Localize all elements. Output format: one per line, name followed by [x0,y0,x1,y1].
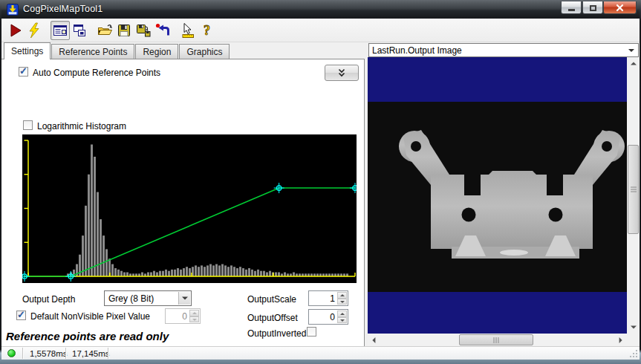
output-inverted-label: OutputInverted [247,328,306,339]
help-icon: ? [199,22,215,39]
run-once-button[interactable] [25,21,45,40]
combo-dropdown-button[interactable] [178,292,190,305]
tab-reference-points[interactable]: Reference Points [51,44,134,59]
scroll-right-icon[interactable] [615,334,627,346]
show-controls-toggle-button[interactable] [51,21,70,40]
histogram-chart[interactable] [22,134,357,283]
output-offset-spinner[interactable]: 0 [308,309,348,325]
controls-window-icon [52,22,68,39]
output-scale-label: OutputScale [247,294,296,305]
open-folder-icon [97,22,113,39]
output-depth-label: Output Depth [22,294,75,305]
settings-tab-page: Auto Compute Reference Points Logarithmi… [1,59,365,346]
image-selector-value: LastRun.Output Image [372,45,462,56]
minimize-icon [568,9,575,11]
open-button[interactable] [95,21,114,40]
save-as-icon [135,22,152,39]
app-window: CogPixelMapTool1 [0,0,641,364]
output-offset-label: OutputOffset [247,313,298,323]
minimize-button[interactable] [561,1,582,14]
output-inverted-checkbox[interactable] [307,327,316,337]
spin-up-icon[interactable] [189,310,199,316]
titlebar[interactable]: CogPixelMapTool1 [1,1,640,19]
image-display-panel: LastRun.Output Image [368,42,640,346]
maximize-icon [590,5,596,11]
output-offset-value: 0 [330,312,335,322]
auto-compute-checkbox[interactable] [19,67,28,77]
pointer-tool-button[interactable] [178,21,198,40]
tab-settings[interactable]: Settings [4,42,51,59]
chevron-down-icon [182,296,188,302]
save-floppy-icon [116,22,132,39]
floating-window-button[interactable] [70,21,89,40]
horizontal-scroll-thumb[interactable] [459,334,533,345]
tab-region[interactable]: Region [135,44,178,59]
save-button[interactable] [114,21,134,40]
default-nonvisible-checkbox[interactable] [16,311,26,320]
default-nonvisible-label: Default NonVisible Pixel Value [30,311,150,322]
scrollbar-corner [627,334,640,346]
spin-down-icon[interactable] [189,316,199,323]
save-as-button[interactable] [134,21,153,40]
output-image-display[interactable] [368,57,627,334]
app-icon [7,4,19,16]
default-nonvisible-spinner[interactable]: 0 [165,308,201,324]
statusbar-separator [108,348,108,359]
image-selector-combo[interactable]: LastRun.Output Image [368,43,639,57]
thumb-grip [496,337,497,343]
auto-compute-label: Auto Compute Reference Points [33,68,160,78]
spin-up-icon[interactable] [337,311,347,317]
toolbar-separator [45,30,51,30]
expander-button[interactable] [325,65,359,81]
scroll-left-icon[interactable] [368,334,380,346]
run-button[interactable] [6,21,25,40]
run-time: 1,5578ms [30,349,68,358]
chevron-down-icon [628,49,634,55]
toolbar-separator [172,30,178,30]
output-scale-value: 1 [330,293,335,304]
output-depth-value: Grey (8 Bit) [108,293,154,304]
scroll-up-icon[interactable] [627,57,640,69]
spin-down-icon[interactable] [337,299,347,305]
lightning-icon [27,22,43,39]
pointer-ruler-icon [180,22,196,39]
maximize-button[interactable] [582,1,603,14]
readonly-message: Reference points are read only [6,330,169,342]
total-time: 17,145ms [72,349,110,358]
statusbar-separator [65,348,66,359]
log-histogram-checkbox[interactable] [23,120,33,130]
statusbar: 1,5578ms 17,145ms [1,346,640,360]
window-title: CogPixelMapTool1 [23,4,103,14]
toolbar-separator [89,30,95,30]
resize-grip[interactable] [629,349,638,358]
vertical-scrollbar[interactable] [627,57,640,334]
horizontal-scrollbar[interactable] [368,334,627,346]
log-histogram-label: Logarithmic Histogram [37,121,126,131]
run-icon [7,22,24,39]
svg-text:?: ? [204,23,210,38]
output-depth-combo[interactable]: Grey (8 Bit) [104,290,192,306]
tab-graphics[interactable]: Graphics [179,44,230,59]
floating-window-icon [71,22,88,39]
close-button[interactable] [603,1,637,14]
chevron-double-down-icon [336,68,347,77]
output-scale-spinner[interactable]: 1 [308,290,348,306]
scroll-down-icon[interactable] [627,322,640,334]
toolbar: ? [1,19,640,42]
settings-panel: Settings Reference Points Region Graphic… [1,42,365,346]
spin-down-icon[interactable] [337,317,347,324]
help-button[interactable]: ? [198,21,217,40]
statusbar-separator [22,348,23,359]
pixel-map-histogram[interactable] [22,134,357,283]
close-icon [616,4,624,12]
spin-up-icon[interactable] [337,292,347,299]
tab-strip: Settings Reference Points Region Graphic… [1,42,365,59]
thumb-grip [631,189,637,190]
revert-button[interactable] [153,21,172,40]
default-nonvisible-value: 0 [182,311,187,322]
revert-arrow-icon [154,22,171,39]
status-led-icon [7,349,16,357]
vertical-scroll-thumb[interactable] [628,145,639,234]
